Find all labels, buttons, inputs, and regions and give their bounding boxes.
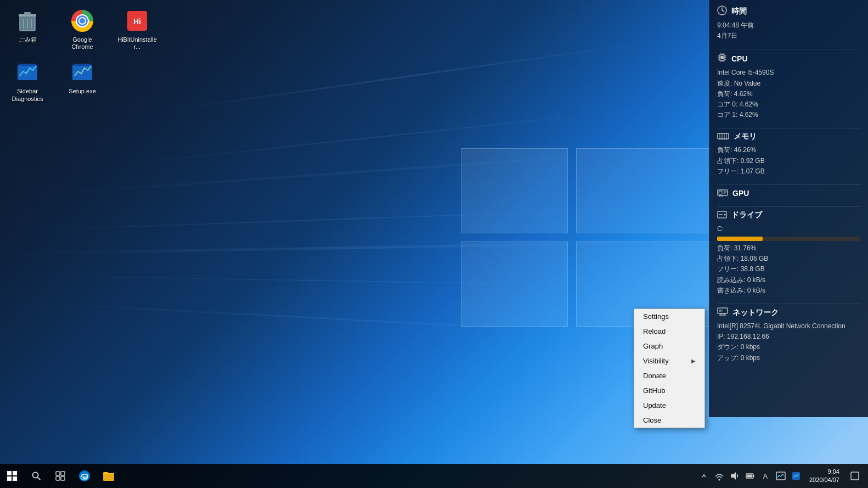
tray-chevron-icon[interactable] (697, 469, 711, 483)
gpu-icon (717, 188, 728, 199)
desktop-icon-hibit[interactable]: Hi HiBitUninstaller... (115, 5, 159, 53)
drive-progress-bg (717, 237, 860, 241)
sidebar-diagnostics-label: Sidebar Diagnostics (8, 88, 47, 102)
ctx-visibility[interactable]: Visibility ▶ (634, 354, 704, 368)
sidebar-drive-label: ドライブ (731, 210, 762, 220)
svg-rect-15 (74, 64, 91, 66)
hibit-label: HiBitUninstaller... (117, 36, 157, 51)
svg-point-9 (80, 18, 85, 24)
tray-volume-icon[interactable] (728, 469, 741, 483)
recycle-bin-label: ごみ箱 (19, 36, 37, 43)
svg-rect-13 (19, 64, 36, 66)
taskbar-date: 2020/04/07 (809, 476, 839, 484)
svg-point-71 (718, 479, 720, 481)
ctx-settings[interactable]: Settings (634, 309, 704, 324)
sidebar-net-header: ネットワーク (717, 307, 860, 318)
sidebar-cpu-label: CPU (731, 54, 748, 63)
tray-sidebar1-icon[interactable] (774, 469, 787, 483)
sidebar-gpu-label: GPU (732, 189, 749, 198)
sidebar-panel: 時間 9:04:48 午前 4月7日 (709, 0, 868, 417)
taskbar-search-button[interactable] (24, 464, 48, 488)
setup-icon (69, 59, 95, 86)
sidebar-gpu-header: GPU (717, 188, 860, 199)
ctx-graph[interactable]: Graph (634, 339, 704, 354)
sidebar-cpu-section: CPU Intel Core i5-4590S 速度: No Value 負荷:… (717, 53, 860, 120)
ctx-reload[interactable]: Reload (634, 324, 704, 339)
svg-rect-65 (56, 472, 60, 475)
notification-button[interactable] (846, 464, 864, 488)
sidebar-drive-section: ドライブ C: 負荷: 31.76% 占領下: 18.06 GB フリー: 38… (717, 210, 860, 296)
cpu-icon (717, 53, 727, 64)
tray-power-icon[interactable] (743, 469, 757, 483)
svg-rect-20 (720, 56, 724, 59)
drive-progress-fill (717, 237, 763, 241)
ctx-update[interactable]: Update (634, 398, 704, 413)
clock-icon (717, 5, 727, 17)
desktop-icon-sidebar-diagnostics[interactable]: Sidebar Diagnostics (5, 57, 49, 104)
recycle-bin-icon (14, 8, 41, 34)
setup-label: Setup.exe (69, 88, 96, 95)
svg-rect-43 (719, 191, 722, 194)
sidebar-time-label: 時間 (731, 7, 747, 16)
svg-rect-60 (13, 471, 17, 475)
taskbar-pinned-apps (72, 464, 121, 488)
tray-network-icon[interactable] (713, 469, 726, 483)
desktop-icons: ごみ箱 (0, 0, 165, 115)
tray-ime-icon[interactable]: A (759, 469, 772, 483)
windows-logo (461, 148, 713, 335)
sidebar-net-label: ネットワーク (732, 308, 779, 318)
svg-line-64 (38, 478, 41, 480)
google-chrome-label: Google Chrome (63, 36, 102, 51)
taskbar-task-view-button[interactable] (48, 464, 72, 488)
svg-rect-78 (851, 472, 859, 480)
svg-rect-2 (24, 12, 31, 15)
svg-marker-72 (731, 472, 736, 480)
sidebar-gpu-section: GPU (717, 188, 860, 199)
ctx-close[interactable]: Close (634, 413, 704, 428)
drive-icon (717, 210, 727, 221)
ctx-github[interactable]: GitHub (634, 383, 704, 398)
start-button[interactable] (0, 464, 24, 488)
taskbar-file-explorer-icon[interactable] (97, 464, 121, 488)
taskbar-clock[interactable]: 9:04 2020/04/07 (805, 468, 844, 485)
memory-icon (717, 132, 729, 142)
svg-text:Hi: Hi (133, 17, 141, 26)
svg-rect-75 (747, 475, 752, 478)
taskbar-edge-icon[interactable] (72, 464, 97, 488)
sidebar-drive-header: ドライブ (717, 210, 860, 221)
taskbar-time: 9:04 (809, 468, 839, 476)
sidebar-network-section: ネットワーク Intel[R] 82574L Gigabit Network C… (717, 307, 860, 363)
svg-line-18 (722, 10, 724, 12)
svg-rect-74 (753, 475, 754, 476)
sidebar-memory-section: メモリ 負荷: 46.26% 占領下: 0.92 GB フリー: 1.07 GB (717, 132, 860, 177)
svg-rect-67 (56, 476, 60, 480)
svg-rect-66 (61, 472, 65, 475)
desktop-icon-setup[interactable]: Setup.exe (60, 57, 104, 104)
sidebar-mem-header: メモリ (717, 132, 860, 142)
desktop: ごみ箱 (0, 0, 868, 488)
sidebar-cpu-header: CPU (717, 53, 860, 64)
taskbar: A 9:04 2020/04/07 (0, 464, 868, 488)
sidebar-mem-values: 負荷: 46.26% 占領下: 0.92 GB フリー: 1.07 GB (717, 145, 860, 177)
google-chrome-icon (69, 8, 95, 34)
svg-rect-62 (13, 476, 17, 481)
sidebar-mem-label: メモリ (734, 132, 757, 142)
svg-rect-70 (103, 473, 114, 481)
network-icon (717, 307, 728, 318)
desktop-icon-recycle-bin[interactable]: ごみ箱 (5, 5, 49, 53)
ctx-donate[interactable]: Donate (634, 368, 704, 383)
sidebar-diagnostics-icon (14, 59, 41, 86)
sidebar-net-values: Intel[R] 82574L Gigabit Network Connecti… (717, 321, 860, 363)
desktop-icon-google-chrome[interactable]: Google Chrome (60, 5, 104, 53)
sidebar-time-section: 時間 9:04:48 午前 4月7日 (717, 5, 860, 41)
visibility-arrow-icon: ▶ (691, 358, 696, 364)
svg-point-51 (724, 214, 726, 215)
tray-sidebar2-icon[interactable] (790, 469, 803, 483)
sidebar-time-value: 9:04:48 午前 4月7日 (717, 20, 860, 41)
svg-rect-61 (7, 476, 12, 481)
svg-rect-68 (61, 476, 65, 480)
svg-rect-33 (718, 133, 729, 139)
svg-rect-59 (7, 471, 12, 475)
hibit-icon: Hi (124, 8, 150, 34)
context-menu: Settings Reload Graph Visibility ▶ Donat… (634, 308, 705, 428)
